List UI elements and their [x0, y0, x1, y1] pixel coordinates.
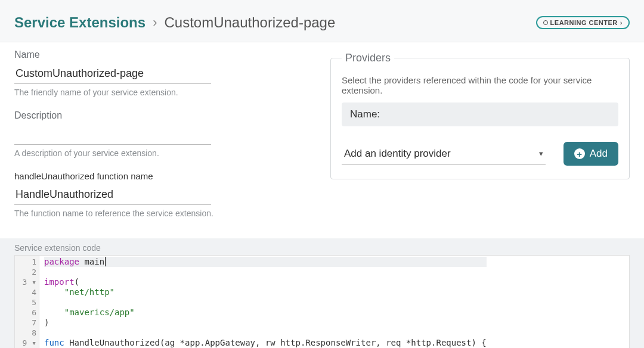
func-name-input[interactable] — [14, 185, 211, 205]
providers-description: Select the providers referenced within t… — [342, 75, 618, 95]
func-name-field-block: handleUnauthorized function name The fun… — [14, 171, 306, 218]
description-field-block: Description A description of your servic… — [14, 110, 306, 158]
identity-provider-select[interactable]: Add an identity provider ▾ — [342, 143, 546, 165]
identity-provider-placeholder: Add an identity provider — [344, 148, 451, 160]
description-label: Description — [14, 110, 306, 121]
providers-legend: Providers — [342, 52, 394, 64]
providers-name-header: Name: — [342, 102, 618, 126]
breadcrumb-current: CustomUnauthorized-page — [164, 14, 335, 31]
code-gutter: 1 2 3 ▾ 4 5 6 7 8 9 ▾ 10 11 — [15, 256, 39, 348]
name-help-text: The friendly name of your service extens… — [14, 88, 306, 97]
chevron-down-icon: ▾ — [539, 149, 543, 158]
code-editor[interactable]: 1 2 3 ▾ 4 5 6 7 8 9 ▾ 10 11 package main… — [14, 255, 630, 348]
add-provider-button[interactable]: + Add — [564, 142, 618, 166]
breadcrumb-root-link[interactable]: Service Extensions — [14, 14, 145, 31]
plus-circle-icon: + — [574, 148, 585, 159]
description-help-text: A description of your service extension. — [14, 148, 306, 158]
learning-center-label: LEARNING CENTER — [550, 19, 618, 26]
name-input[interactable] — [14, 64, 211, 84]
name-label: Name — [14, 49, 306, 60]
breadcrumb-separator: › — [153, 15, 157, 30]
add-button-label: Add — [590, 148, 608, 160]
code-section-label: Service extension code — [0, 243, 644, 253]
breadcrumb: Service Extensions › CustomUnauthorized-… — [14, 14, 335, 31]
learning-center-button[interactable]: LEARNING CENTER › — [536, 16, 630, 29]
providers-panel: Providers Select the providers reference… — [330, 52, 630, 179]
func-name-label: handleUnauthorized function name — [14, 171, 306, 181]
code-content[interactable]: package main import( "net/http" "maveric… — [39, 256, 491, 348]
func-name-help-text: The function name to reference the servi… — [14, 209, 306, 218]
name-field-block: Name The friendly name of your service e… — [14, 49, 306, 97]
lightbulb-icon — [543, 20, 548, 25]
description-input[interactable] — [14, 125, 211, 145]
chevron-right-icon: › — [620, 19, 623, 26]
page-header: Service Extensions › CustomUnauthorized-… — [0, 0, 644, 42]
